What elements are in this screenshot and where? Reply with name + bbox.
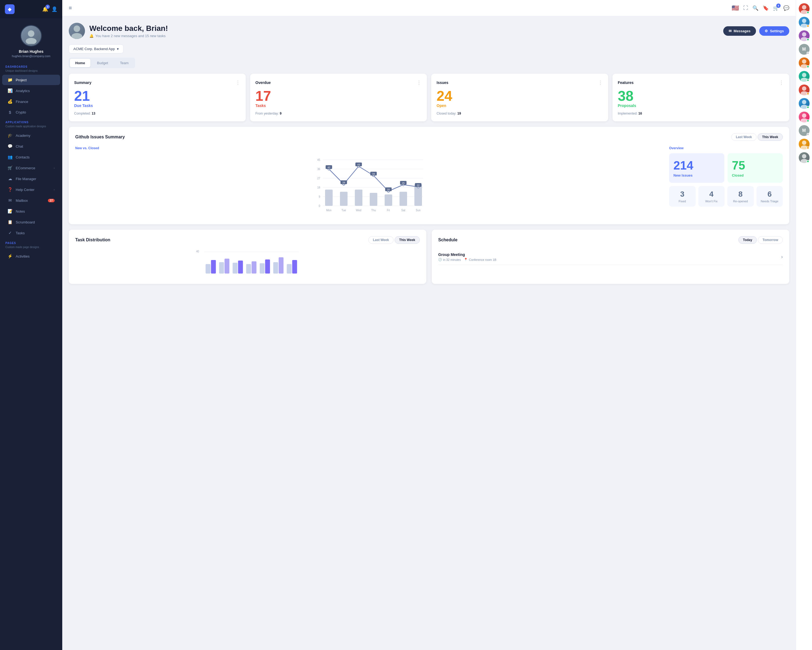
sidebar-item-helpcenter[interactable]: ❓ Help Center › <box>2 184 60 195</box>
stat-card-summary-menu[interactable]: ⋮ <box>235 80 240 86</box>
svg-rect-62 <box>265 260 270 274</box>
schedule-location: 📍 Conference room 1B <box>464 258 496 262</box>
project-selector[interactable]: ACME Corp. Backend App ▾ <box>69 44 124 54</box>
sidebar-item-activities[interactable]: ⚡ Activities <box>2 251 60 262</box>
content-area: Welcome back, Brian! 🔔 You have 2 new me… <box>62 16 796 650</box>
logo-icon[interactable]: ◆ <box>5 5 15 14</box>
right-avatar-1[interactable] <box>799 17 810 28</box>
right-avatar-0[interactable] <box>799 3 810 14</box>
right-avatar-5[interactable] <box>799 71 810 82</box>
sidebar-item-tasks[interactable]: ✓ Tasks <box>2 228 60 238</box>
right-avatar-11[interactable] <box>799 152 810 163</box>
notification-button[interactable]: 🔔 3 <box>42 6 48 12</box>
schedule-item-meta: 🕐 in 32 minutes 📍 Conference room 1B <box>438 258 496 262</box>
online-dot-7 <box>807 106 809 109</box>
stat-card-issues: Issues ⋮ 24 Open Closed today: 19 <box>431 74 608 121</box>
academy-icon: 🎓 <box>8 133 12 138</box>
sidebar-item-mailbox[interactable]: ✉ Mailbox 27 <box>2 195 60 206</box>
schedule-item-title: Group Meeting <box>438 252 496 257</box>
stat-card-issues-menu[interactable]: ⋮ <box>598 80 603 86</box>
profile-icon-button[interactable]: 👤 <box>52 6 57 12</box>
right-avatar-4[interactable] <box>799 57 810 68</box>
sidebar-item-crypto[interactable]: $ Crypto <box>2 107 60 117</box>
svg-point-0 <box>28 30 34 37</box>
tab-budget[interactable]: Budget <box>92 59 113 67</box>
right-avatar-3[interactable]: M <box>799 44 810 55</box>
svg-point-1 <box>26 38 37 44</box>
svg-rect-63 <box>273 262 278 274</box>
mini-card-reopened: 8 Re-opened <box>727 186 754 206</box>
task-dist-last-week-btn[interactable]: Last Week <box>368 236 394 244</box>
fullscreen-icon[interactable]: ⛶ <box>743 5 748 11</box>
menu-icon[interactable]: ≡ <box>69 5 72 11</box>
overview-card-label-closed: Closed <box>732 173 778 177</box>
welcome-left: Welcome back, Brian! 🔔 You have 2 new me… <box>69 23 168 39</box>
chat-topbar-icon[interactable]: 💬 <box>783 5 789 11</box>
online-dot-1 <box>807 24 809 28</box>
tab-home[interactable]: Home <box>70 59 90 67</box>
svg-point-3 <box>72 33 82 39</box>
sidebar-item-label-crypto: Crypto <box>16 110 26 114</box>
welcome-actions: ✉ Messages ⚙ Settings <box>723 26 789 36</box>
right-avatar-9[interactable]: M <box>799 125 810 136</box>
sidebar-item-label-mailbox: Mailbox <box>16 199 28 203</box>
helpcenter-icon: ❓ <box>8 187 12 192</box>
task-dist-chart-area: 40 <box>75 249 420 277</box>
bookmark-icon[interactable]: 🔖 <box>763 5 769 11</box>
svg-text:45: 45 <box>317 158 321 161</box>
sidebar-item-scrumboard[interactable]: 📋 Scrumboard <box>2 217 60 227</box>
stat-card-overdue-menu[interactable]: ⋮ <box>417 80 421 86</box>
github-last-week-btn[interactable]: Last Week <box>731 133 757 141</box>
sidebar-item-contacts[interactable]: 👥 Contacts <box>2 152 60 162</box>
settings-button[interactable]: ⚙ Settings <box>759 26 789 36</box>
right-avatar-7[interactable] <box>799 98 810 109</box>
messages-button[interactable]: ✉ Messages <box>723 26 756 36</box>
schedule-item-arrow-icon[interactable]: › <box>781 254 783 260</box>
stat-card-overdue-header: Overdue ⋮ <box>255 80 422 86</box>
sidebar-item-academy[interactable]: 🎓 Academy <box>2 130 60 141</box>
right-avatar-8[interactable] <box>799 112 810 122</box>
mini-num-reopened: 8 <box>730 190 751 199</box>
sidebar-item-chat[interactable]: 💬 Chat <box>2 141 60 151</box>
stat-label-issues: Open <box>437 104 603 108</box>
right-avatar-10[interactable] <box>799 139 810 150</box>
section-label-dashboards: DASHBOARDS <box>0 62 62 69</box>
sidebar-item-project[interactable]: 📁 Project <box>2 75 60 85</box>
right-avatar-2[interactable] <box>799 30 810 41</box>
github-this-week-btn[interactable]: This Week <box>758 133 783 141</box>
schedule-today-btn[interactable]: Today <box>739 236 757 244</box>
svg-rect-19 <box>370 193 377 206</box>
flag-icon[interactable]: 🇺🇸 <box>732 5 739 12</box>
sidebar-item-ecommerce[interactable]: 🛒 ECommerce › <box>2 163 60 173</box>
svg-rect-64 <box>279 257 284 274</box>
cart-icon[interactable]: 🛒 5 <box>773 5 779 11</box>
svg-text:Wed: Wed <box>356 209 361 212</box>
search-icon[interactable]: 🔍 <box>752 5 759 11</box>
sidebar-item-notes[interactable]: 📝 Notes <box>2 206 60 216</box>
svg-point-71 <box>802 32 806 37</box>
schedule-tomorrow-btn[interactable]: Tomorrow <box>758 236 783 244</box>
stat-card-features-menu[interactable]: ⋮ <box>779 80 784 86</box>
online-dot-2 <box>807 38 809 41</box>
sidebar-item-filemanager[interactable]: ☁ File Manager <box>2 174 60 184</box>
topbar-right: 🇺🇸 ⛶ 🔍 🔖 🛒 5 💬 <box>732 5 789 12</box>
stat-card-issues-header: Issues ⋮ <box>437 80 603 86</box>
mini-label-wontfix: Won't Fix <box>701 200 722 203</box>
stat-number-features: 38 <box>618 89 784 103</box>
sidebar-header: ◆ 🔔 3 👤 <box>0 0 62 18</box>
bell-icon: 🔔 <box>89 34 94 38</box>
svg-text:27: 27 <box>317 177 321 180</box>
sidebar-item-analytics[interactable]: 📊 Analytics <box>2 86 60 96</box>
stat-number-issues: 24 <box>437 89 603 103</box>
stat-number-overdue: 17 <box>255 89 422 103</box>
analytics-icon: 📊 <box>8 88 12 93</box>
tab-team[interactable]: Team <box>114 59 134 67</box>
sidebar-item-finance[interactable]: 💰 Finance <box>2 96 60 107</box>
right-avatar-6[interactable] <box>799 84 810 95</box>
task-dist-this-week-btn[interactable]: This Week <box>395 236 420 244</box>
chat-icon: 💬 <box>8 144 12 149</box>
ecommerce-arrow-icon: › <box>53 166 55 170</box>
task-dist-toggle: Last Week This Week <box>368 236 420 244</box>
sidebar-item-label-activities: Activities <box>16 254 29 258</box>
svg-point-83 <box>802 141 806 145</box>
